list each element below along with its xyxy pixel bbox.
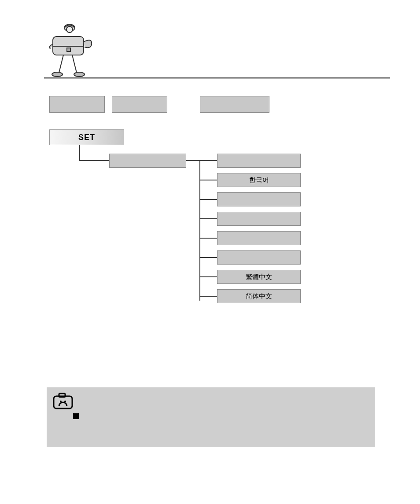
- connector: [186, 160, 200, 161]
- header-divider: [44, 77, 390, 79]
- connector: [79, 160, 109, 161]
- language-option[interactable]: [217, 192, 301, 206]
- language-option-korean[interactable]: 한국어: [217, 173, 301, 187]
- connector: [199, 180, 217, 180]
- svg-line-6: [72, 55, 77, 73]
- language-option-trad-chinese[interactable]: 繁體中文: [217, 270, 301, 284]
- camera-icon: [53, 392, 73, 410]
- language-option[interactable]: [217, 250, 301, 265]
- svg-point-7: [52, 72, 63, 77]
- connector: [199, 238, 217, 239]
- connector: [79, 145, 80, 161]
- set-button[interactable]: SET: [49, 129, 124, 145]
- menu-group-box: [109, 154, 186, 168]
- svg-line-5: [59, 55, 63, 73]
- top-box-2: [112, 96, 167, 113]
- connector: [199, 160, 217, 161]
- top-box-3: [200, 96, 269, 113]
- svg-rect-4: [67, 48, 70, 52]
- connector: [199, 296, 217, 297]
- top-box-1: [49, 96, 105, 113]
- connector-spine: [199, 161, 200, 301]
- language-option-simp-chinese[interactable]: 简体中文: [217, 289, 301, 303]
- mascot-illustration: [44, 20, 97, 81]
- svg-rect-10: [59, 394, 65, 397]
- svg-point-11: [60, 401, 62, 402]
- svg-point-1: [66, 26, 73, 33]
- connector: [199, 276, 217, 277]
- info-panel: [47, 387, 375, 447]
- bullet-icon: [73, 413, 79, 419]
- connector: [199, 257, 217, 258]
- language-option[interactable]: [217, 154, 301, 168]
- connector: [199, 218, 217, 219]
- language-option[interactable]: [217, 231, 301, 245]
- svg-point-12: [64, 401, 66, 402]
- svg-point-8: [74, 72, 85, 77]
- language-option[interactable]: [217, 212, 301, 226]
- connector: [199, 199, 217, 200]
